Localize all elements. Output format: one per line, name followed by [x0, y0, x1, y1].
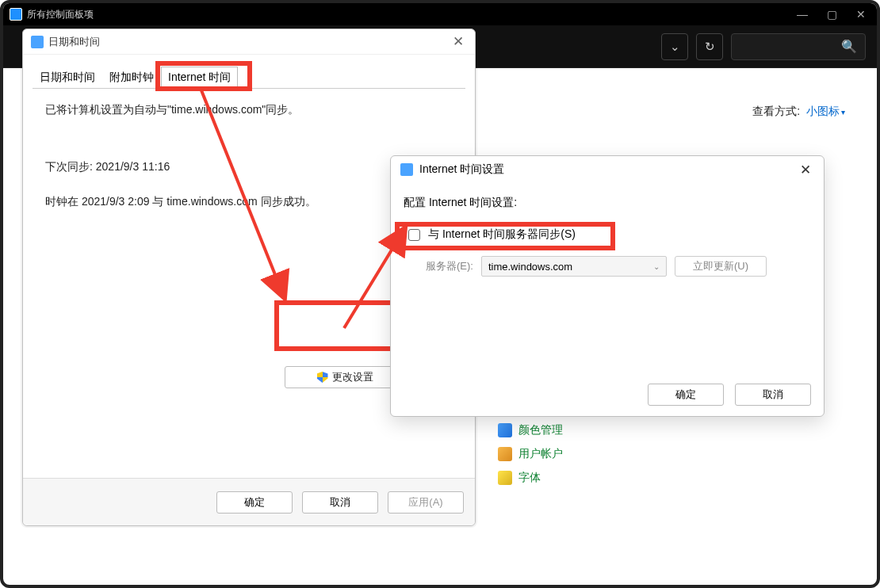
chevron-down-icon: ⌄	[653, 262, 660, 271]
server-value: time.windows.com	[488, 261, 572, 273]
internet-time-dialog: Internet 时间设置 ✕ 配置 Internet 时间设置: 与 Inte…	[390, 155, 825, 417]
cp-item-user-accounts[interactable]: 用户帐户	[498, 447, 563, 461]
close-icon[interactable]: ✕	[797, 162, 814, 178]
tab-additional-clocks[interactable]: 附加时钟	[102, 67, 161, 89]
fonts-icon	[498, 471, 512, 485]
internet-time-body: 配置 Internet 时间设置: 与 Internet 时间服务器同步(S) …	[391, 183, 824, 277]
color-management-icon	[498, 423, 512, 437]
view-mode-label: 查看方式:	[752, 105, 800, 117]
search-input[interactable]: 🔍	[731, 33, 866, 60]
cancel-button[interactable]: 取消	[735, 384, 811, 406]
sync-checkbox[interactable]	[408, 229, 420, 241]
sync-checkbox-row[interactable]: 与 Internet 时间服务器同步(S)	[404, 224, 811, 245]
ok-button[interactable]: 确定	[648, 384, 724, 406]
cp-item-color-management[interactable]: 颜色管理	[498, 423, 563, 437]
datetime-title: 日期和时间	[48, 35, 450, 49]
control-panel-title: 所有控制面板项	[27, 8, 797, 21]
internet-time-title: Internet 时间设置	[419, 162, 797, 177]
control-panel-titlebar: 所有控制面板项 — ▢ ✕	[3, 3, 877, 25]
control-panel-items: 颜色管理 用户帐户 字体	[498, 423, 563, 485]
update-now-button[interactable]: 立即更新(U)	[675, 256, 767, 277]
config-label: 配置 Internet 时间设置:	[404, 196, 811, 210]
server-row: 服务器(E): time.windows.com ⌄ 立即更新(U)	[426, 256, 811, 277]
sync-server-text: 已将计算机设置为自动与"time.windows.com"同步。	[45, 103, 453, 117]
sync-checkbox-label: 与 Internet 时间服务器同步(S)	[428, 227, 576, 242]
change-settings-button[interactable]: 更改设置	[285, 366, 405, 388]
tab-internet-time[interactable]: Internet 时间	[161, 67, 238, 89]
ok-button[interactable]: 确定	[216, 491, 293, 514]
datetime-titlebar: 日期和时间 ✕	[23, 29, 475, 55]
internet-time-titlebar: Internet 时间设置 ✕	[391, 156, 824, 183]
user-accounts-icon	[498, 447, 512, 461]
internet-time-icon	[400, 163, 413, 176]
minimize-icon[interactable]: —	[797, 8, 808, 21]
view-mode-link[interactable]: 小图标▾	[806, 105, 845, 117]
internet-time-footer: 确定 取消	[391, 373, 824, 416]
change-settings-label: 更改设置	[332, 370, 373, 384]
close-icon[interactable]: ✕	[450, 33, 467, 50]
maximize-icon[interactable]: ▢	[827, 8, 837, 21]
server-label: 服务器(E):	[426, 259, 473, 273]
refresh-icon[interactable]: ↻	[696, 33, 723, 60]
datetime-footer: 确定 取消 应用(A)	[23, 478, 475, 525]
search-icon: 🔍	[841, 39, 857, 54]
view-mode: 查看方式: 小图标▾	[752, 105, 845, 119]
server-select[interactable]: time.windows.com ⌄	[481, 256, 667, 277]
datetime-icon	[31, 36, 44, 48]
apply-button[interactable]: 应用(A)	[388, 491, 464, 514]
tab-datetime[interactable]: 日期和时间	[33, 67, 102, 89]
shield-icon	[317, 372, 328, 383]
chevron-down-icon[interactable]: ⌄	[661, 33, 688, 60]
close-icon[interactable]: ✕	[856, 8, 866, 21]
cp-item-fonts[interactable]: 字体	[498, 471, 563, 485]
control-panel-icon	[10, 8, 22, 21]
datetime-tabs: 日期和时间 附加时钟 Internet 时间	[33, 66, 465, 89]
cancel-button[interactable]: 取消	[302, 491, 378, 514]
